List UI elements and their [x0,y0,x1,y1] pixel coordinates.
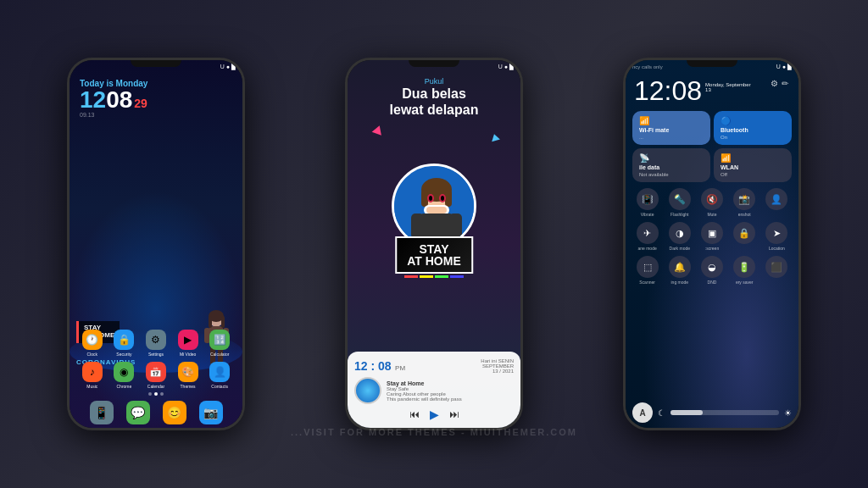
app-calendar[interactable]: 📅 Calendar [146,362,166,389]
avatar-letter: A [639,408,645,418]
quick-actions-row1: 📳 Vibrate 🔦 Flashlight 🔇 Mute 📸 enshot 👤 [626,186,798,219]
app-icon-clock-label: Clock [87,352,98,357]
app-settings[interactable]: ⚙ Settings [146,330,166,357]
phone-3: ncy calls only U ● ▉ 12:08 Monday, Septe… [623,58,801,430]
svg-rect-13 [445,190,452,207]
qa-vibrate[interactable]: 📳 Vibrate [632,188,662,217]
settings-icon[interactable]: ⚙ [771,79,778,88]
phone2-status-icons: U ● ▉ [498,64,514,70]
app-clock[interactable]: 🕐 Clock [82,330,103,357]
battery-label: ery saver [736,280,754,285]
qa-extra2[interactable]: ⬛ [762,256,792,285]
avatar-circle[interactable]: A [632,402,653,423]
app-contacts[interactable]: 👤 Contacts [209,362,230,389]
qa-location[interactable]: ➤ Location [762,222,792,251]
app-icon-settings-label: Settings [148,352,164,357]
dock-camera[interactable]: 📷 [199,401,223,424]
screenshot-icon: 📸 [733,188,755,210]
svg-rect-22 [449,214,462,239]
app-icon-calc-circle: 🔢 [209,330,230,350]
qa-screen[interactable]: ▣ :screen [697,222,726,251]
phone1-seconds: 29 [134,97,147,110]
qa-scanner[interactable]: ⬚ Scanner [632,256,662,285]
app-music[interactable]: ♪ Music [82,362,103,389]
phone2-status-bar: U ● ▉ [348,60,520,74]
qa-airplane[interactable]: ✈ ane mode [632,222,662,251]
next-button[interactable]: ⏭ [449,408,459,420]
stay-text-big-line2: AT HOME [407,255,461,267]
brightness-slider[interactable] [670,410,779,415]
phone2-time-line1: Dua belas [348,86,520,102]
vibrate-icon: 📳 [637,188,659,210]
qa-screenshot[interactable]: 📸 enshot [730,188,760,217]
qa-ringmode[interactable]: 🔔 ing mode [665,256,694,285]
airplane-icon: ✈ [637,222,659,244]
play-button[interactable]: ▶ [430,408,439,421]
music-controls: ⏮ ▶ ⏭ [354,408,514,421]
wlan-tile[interactable]: 📶 WLAN Off [714,148,792,182]
phone3-status-icons: U ● ▉ [776,64,792,70]
wlan-sub: Off [721,172,785,177]
qa-flashlight[interactable]: 🔦 Flashlight [665,188,694,217]
anime-circle-portrait [392,164,476,248]
app-chrome[interactable]: ◉ Chrome [114,362,134,389]
app-mi-video[interactable]: ▶ Mi Video [178,330,198,357]
dock-emoji[interactable]: 😊 [163,401,186,424]
phone2-time-words: Dua belas lewat delapan [348,86,520,118]
screenshot-label: enshot [738,212,751,217]
dnd-label: DND [708,280,717,285]
svg-rect-7 [209,316,212,328]
flashlight-icon: 🔦 [669,188,691,210]
qa-battery[interactable]: 🔋 ery saver [730,256,760,285]
svg-rect-12 [421,190,428,207]
app-icon-clock-circle: 🕐 [82,330,103,350]
app-icon-contacts-label: Contacts [211,384,228,389]
brightness-high-icon: ☀ [784,408,792,418]
dock-phone[interactable]: 📱 [90,401,114,424]
bottom-bar: A ☾ ☀ [632,402,792,423]
phone1-dock: 📱 💬 😊 📷 [70,401,242,424]
phone3-date-block: Monday, September 13 [705,77,751,92]
phone1-screen: U ● ▉ Today is Monday 12 08 29 09.13 [70,60,242,428]
app-icon-chrome-circle: ◉ [114,362,134,382]
airplane-label: ane mode [637,246,656,251]
qa-lock[interactable]: 🔒 [730,222,760,251]
wifi-tile[interactable]: 📶 Wi-Fi mate ... [632,111,710,145]
prev-button[interactable]: ⏮ [409,408,420,420]
wifi-tile-sub: ... [639,135,704,140]
dock-messages[interactable]: 💬 [126,401,150,424]
app-icon-calc-label: Calculator [210,352,230,357]
edit-icon[interactable]: ✏ [782,79,788,88]
app-calculator[interactable]: 🔢 Calculator [209,330,230,357]
app-icon-cal-circle: 📅 [146,362,166,382]
screen-icon: ▣ [701,222,723,244]
darkmode-label: Dark mode [670,246,690,251]
qa-extra1[interactable]: 👤 [762,188,792,217]
app-row-1: 🕐 Clock 🔒 Security ⚙ Settings ▶ Mi Video [76,330,236,357]
lock-icon: 🔒 [733,222,755,244]
music-track-info: Stay at Home Stay Safe Caring About othe… [387,380,514,402]
location-label: Location [769,246,785,251]
battery-icon: 🔋 [733,256,755,278]
qa-dnd[interactable]: ◒ DND [697,256,726,285]
music-track-title: Stay at Home [387,380,514,386]
bluetooth-tile-label: Bluetooth [721,127,785,133]
app-icon-themes-label: Themes [181,384,196,389]
qa-darkmode[interactable]: ◑ Dark mode [665,222,694,251]
dot-2-active [154,392,158,396]
ringmode-label: ing mode [671,280,689,285]
qa-mute[interactable]: 🔇 Mute [697,188,726,217]
app-icon-music-label: Music [86,384,97,389]
phone3-date-line2: 13 [705,87,751,92]
phone1-status-bar: U ● ▉ [70,60,242,74]
quick-actions-row2: ✈ ane mode ◑ Dark mode ▣ :screen 🔒 ➤ [626,219,798,253]
bluetooth-tile[interactable]: 🔵 Bluetooth On [714,111,792,145]
app-icon-mivideo-circle: ▶ [178,330,198,350]
app-icon-chrome-label: Chrome [116,384,131,389]
app-security[interactable]: 🔒 Security [114,330,134,357]
app-themes[interactable]: 🎨 Themes [178,362,198,389]
screen-label: :screen [705,246,719,251]
location-icon: ➤ [765,222,787,244]
mobile-data-tile[interactable]: 📡 ile data Not available [632,148,710,182]
mobile-data-sub: Not available [639,172,704,177]
